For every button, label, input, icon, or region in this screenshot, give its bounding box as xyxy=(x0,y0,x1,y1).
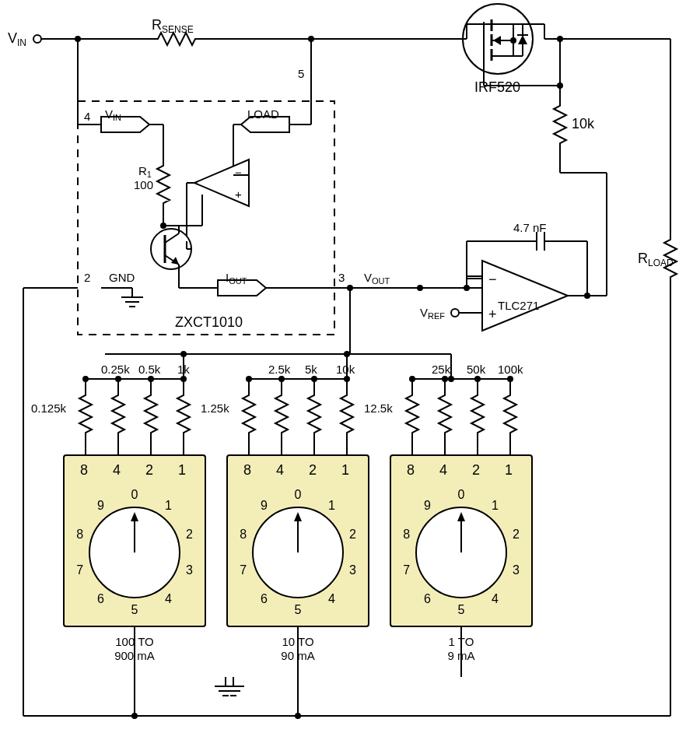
svg-text:1: 1 xyxy=(341,462,349,478)
svg-text:8: 8 xyxy=(80,462,88,478)
label-vref: VREF xyxy=(420,306,445,321)
label-load: LOAD xyxy=(247,107,279,121)
svg-text:50k: 50k xyxy=(467,363,486,376)
bjt-npn xyxy=(151,226,191,269)
dial-digit: 6 xyxy=(97,592,104,605)
dial-digit: 2 xyxy=(349,528,356,541)
dial-digit: 1 xyxy=(328,499,335,512)
dial-digit: 5 xyxy=(131,603,138,616)
dial-digit: 4 xyxy=(492,592,499,605)
label-pin2: 2 xyxy=(84,271,90,284)
dial-digit: 1 xyxy=(492,499,499,512)
dial-digit: 0 xyxy=(295,488,302,501)
dial-digit: 7 xyxy=(240,563,247,577)
dial-digit: 5 xyxy=(295,603,302,616)
svg-text:10k: 10k xyxy=(336,363,355,376)
dial-digit: 0 xyxy=(131,488,138,501)
svg-text:1: 1 xyxy=(178,462,186,478)
dial-digit: 2 xyxy=(513,528,520,541)
label-rsense: RSENSE xyxy=(152,17,194,35)
svg-text:12.5k: 12.5k xyxy=(364,402,393,415)
label-pin4: 4 xyxy=(84,110,90,123)
dial-digit: 6 xyxy=(261,592,268,605)
opamp-tlc271: − + TLC271 xyxy=(482,261,568,331)
svg-text:4: 4 xyxy=(439,462,447,478)
schematic-diagram: VIN RSENSE IRF520 10k RLOAD ZXCT1010 4 V… xyxy=(0,0,700,747)
svg-text:−: − xyxy=(488,272,497,287)
label-pin3: 3 xyxy=(338,271,345,284)
svg-text:2: 2 xyxy=(145,462,153,478)
svg-text:1.25k: 1.25k xyxy=(201,402,229,415)
svg-text:8: 8 xyxy=(243,462,251,478)
dial-digit: 9 xyxy=(261,499,268,512)
svg-text:25k: 25k xyxy=(432,363,451,376)
dial-digit: 8 xyxy=(76,528,83,541)
dial-digit: 4 xyxy=(328,592,335,605)
svg-text:1k: 1k xyxy=(177,363,190,376)
dial-digit: 9 xyxy=(424,499,431,512)
label-r1-val: 100 xyxy=(134,178,153,191)
svg-text:0.125k: 0.125k xyxy=(31,402,67,415)
dial-digit: 8 xyxy=(403,528,410,541)
svg-text:0.25k: 0.25k xyxy=(101,363,130,376)
dial-digit: 0 xyxy=(458,488,465,501)
label-pin5: 5 xyxy=(298,67,304,80)
switch-bank-3: 12.5k 25k 50k 100k 8 4 2 1 1 TO9 mA xyxy=(350,354,532,662)
svg-text:−: − xyxy=(235,166,242,179)
svg-text:0.5k: 0.5k xyxy=(138,363,161,376)
label-iout: IOUT xyxy=(226,271,247,286)
dial-digit: 9 xyxy=(97,499,104,512)
label-10k: 10k xyxy=(572,116,595,132)
dial-digit: 1 xyxy=(165,499,172,512)
ic-zxct1010 xyxy=(78,101,334,335)
svg-text:5k: 5k xyxy=(305,363,317,376)
svg-text:TLC271: TLC271 xyxy=(498,299,539,312)
label-r1: R1 xyxy=(138,164,152,179)
label-internal-vin: VIN xyxy=(105,107,121,122)
switch-bank-1: 0.125k 0.25k 0.5k 1k 8 4 2 1 100 TO900 m… xyxy=(31,351,205,662)
mosfet-irf520 xyxy=(455,4,560,86)
svg-text:2: 2 xyxy=(309,462,317,478)
switch-bank-2: 1.25k 2.5k 5k 10k 8 4 2 1 10 TO90 mA xyxy=(201,351,369,662)
dial-digit: 4 xyxy=(165,592,172,605)
svg-text:100k: 100k xyxy=(498,363,523,376)
dial-digit: 5 xyxy=(458,603,465,616)
svg-text:2: 2 xyxy=(472,462,480,478)
dial-digit: 3 xyxy=(349,563,356,577)
dial-digit: 8 xyxy=(240,528,247,541)
dial-digit: 2 xyxy=(186,528,193,541)
svg-text:8: 8 xyxy=(407,462,415,478)
label-vout: VOUT xyxy=(364,271,390,286)
svg-text:1: 1 xyxy=(505,462,513,478)
dial-digit: 7 xyxy=(76,563,83,577)
label-gnd: GND xyxy=(109,271,135,284)
dial-digit: 3 xyxy=(513,563,520,577)
dial-digit: 6 xyxy=(424,592,431,605)
label-irf520: IRF520 xyxy=(474,79,520,95)
label-vin: VIN xyxy=(8,30,26,48)
svg-text:+: + xyxy=(488,307,497,322)
label-zxct: ZXCT1010 xyxy=(175,314,243,330)
dial-digit: 7 xyxy=(403,563,410,577)
svg-text:4: 4 xyxy=(276,462,284,478)
svg-text:2.5k: 2.5k xyxy=(268,363,291,376)
dial-digit: 3 xyxy=(186,563,193,577)
svg-text:4: 4 xyxy=(113,462,121,478)
label-cap: 4.7 nF xyxy=(513,221,547,234)
